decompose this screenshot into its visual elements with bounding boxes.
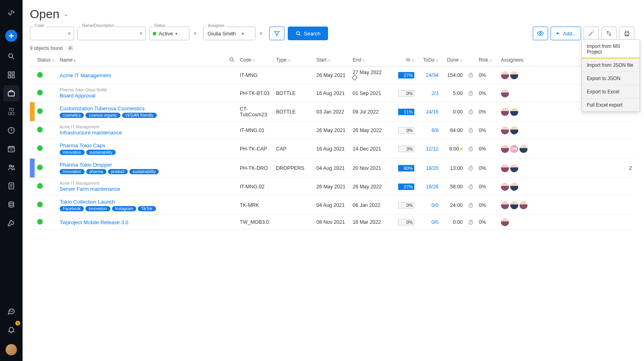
timer-icon[interactable]: [467, 184, 474, 190]
cell-extra[interactable]: [543, 122, 634, 139]
tag[interactable]: sustainability: [129, 169, 159, 174]
gear-icon[interactable]: [67, 45, 73, 51]
table-row[interactable]: Pharma Tokio Caps innovationsustainabili…: [30, 139, 634, 159]
view-button[interactable]: [533, 27, 548, 40]
table-row[interactable]: Tokio Collection Launch Facebookinnovati…: [30, 196, 634, 215]
avatar[interactable]: [501, 183, 509, 191]
add-menu-button[interactable]: Add...: [551, 27, 581, 40]
tag[interactable]: cosmetics: [60, 113, 84, 118]
todo-link[interactable]: 2/3: [432, 91, 438, 96]
tag[interactable]: cosmos organic: [85, 113, 120, 118]
cell-extra[interactable]: [543, 215, 634, 230]
clock-icon[interactable]: [3, 122, 19, 138]
chat-icon[interactable]: [3, 303, 19, 319]
table-row[interactable]: Pharma Tokio Dropper innovationpharmapro…: [30, 159, 634, 178]
cell-extra[interactable]: [543, 196, 634, 215]
avatar[interactable]: [501, 145, 509, 153]
clear-icon[interactable]: ×: [193, 30, 197, 37]
clear-icon[interactable]: ×: [139, 30, 143, 37]
cell-extra[interactable]: [543, 139, 634, 159]
cost-icon[interactable]: [3, 196, 19, 212]
project-link[interactable]: Twproject Mobile Release 3.0: [60, 219, 129, 225]
todo-link[interactable]: 18/20: [426, 165, 438, 171]
col-type[interactable]: Type◇: [274, 54, 314, 66]
add-button[interactable]: [5, 30, 17, 42]
avatar[interactable]: [501, 108, 509, 116]
table-row[interactable]: Pharma Tokio Glass Bottle Board Approval…: [30, 85, 634, 102]
table-row[interactable]: Acme IT Management Infrastructure mainte…: [30, 122, 634, 139]
col-status[interactable]: Status◇: [35, 54, 57, 66]
timer-icon[interactable]: [467, 127, 474, 134]
filter-button[interactable]: [269, 27, 285, 40]
avatar[interactable]: [510, 108, 518, 116]
user-avatar[interactable]: [6, 344, 17, 355]
avatar[interactable]: [510, 164, 518, 172]
wand-button[interactable]: [584, 27, 599, 40]
dropdown-item[interactable]: Import from JSON file: [582, 59, 640, 72]
avatar[interactable]: [510, 126, 518, 134]
todo-link[interactable]: 0/0: [432, 202, 438, 208]
chevron-down-icon[interactable]: [63, 12, 69, 18]
timer-icon[interactable]: [467, 90, 474, 97]
clear-icon[interactable]: ×: [260, 30, 263, 37]
tag[interactable]: Facebook: [60, 206, 84, 211]
project-link[interactable]: Server Farm maintenance: [60, 186, 120, 192]
tag[interactable]: Instagram: [112, 206, 136, 211]
avatar[interactable]: [501, 218, 509, 226]
status-select[interactable]: Active ▾: [149, 27, 189, 40]
search-button[interactable]: Search: [288, 27, 328, 40]
avatar[interactable]: [501, 164, 509, 172]
timer-icon[interactable]: [467, 109, 474, 115]
project-link[interactable]: Acme IT Management: [60, 72, 111, 78]
table-row[interactable]: Customization Tuberosa Cosmestics cosmet…: [30, 102, 634, 122]
search-icon[interactable]: [3, 48, 19, 64]
calendar-icon[interactable]: 31: [3, 141, 19, 157]
avatar[interactable]: [501, 201, 509, 209]
project-link[interactable]: Pharma Tokio Dropper: [60, 162, 112, 168]
avatar[interactable]: [501, 126, 509, 134]
table-row[interactable]: Acme IT Management IT-MNG 26 May 2021 27…: [30, 66, 634, 85]
avatar[interactable]: [510, 71, 518, 79]
todo-link[interactable]: 14/16: [426, 109, 438, 115]
print-button[interactable]: [619, 27, 634, 40]
col-name[interactable]: Name▴: [57, 54, 226, 66]
table-row[interactable]: Twproject Mobile Release 3.0 TW_MOB3.0 0…: [30, 215, 634, 230]
projects-icon[interactable]: [3, 85, 19, 101]
tag[interactable]: product: [108, 169, 128, 174]
dropdown-item[interactable]: Export to Excel: [582, 85, 640, 99]
project-link[interactable]: Customization Tuberosa Cosmestics: [60, 105, 145, 111]
avatar[interactable]: [501, 89, 509, 97]
col-pct[interactable]: %◇: [391, 54, 417, 66]
assignee-select[interactable]: Giulia Smith ▾: [203, 27, 256, 40]
col-end[interactable]: End◇: [350, 54, 391, 66]
logo-icon[interactable]: [3, 5, 19, 21]
timer-icon[interactable]: [467, 146, 474, 152]
tag[interactable]: innovation: [60, 150, 85, 155]
table-row[interactable]: Acme IT Management Server Farm maintenan…: [30, 178, 634, 196]
todo-link[interactable]: 0/0: [432, 219, 438, 225]
tools-icon[interactable]: [3, 215, 19, 231]
clear-icon[interactable]: ×: [68, 30, 71, 37]
tag[interactable]: innovation: [60, 169, 85, 174]
avatar[interactable]: [519, 145, 528, 153]
avatar[interactable]: OW: [510, 145, 518, 153]
col-risk[interactable]: Risk◇: [476, 54, 499, 66]
tag[interactable]: TikTok: [138, 206, 156, 211]
timer-icon[interactable]: [467, 202, 474, 208]
tag[interactable]: sustainability: [86, 150, 116, 155]
dropdown-item[interactable]: Import from MS Project: [582, 40, 640, 59]
name-input[interactable]: [77, 27, 146, 40]
people-icon[interactable]: [3, 159, 19, 175]
todo-link[interactable]: 6/8: [432, 128, 438, 133]
timer-icon[interactable]: [467, 72, 474, 78]
bell-icon[interactable]: [3, 322, 19, 338]
avatar[interactable]: [501, 71, 509, 79]
project-link[interactable]: Tokio Collection Launch: [60, 199, 115, 205]
todo-link[interactable]: 24/34: [426, 72, 438, 78]
timer-icon[interactable]: [467, 219, 474, 225]
todo-link[interactable]: 18/26: [426, 184, 438, 190]
tag[interactable]: innovation: [85, 206, 110, 211]
timer-icon[interactable]: [467, 165, 474, 171]
dropdown-item[interactable]: Full Excel export: [582, 99, 640, 111]
document-icon[interactable]: [3, 178, 19, 194]
